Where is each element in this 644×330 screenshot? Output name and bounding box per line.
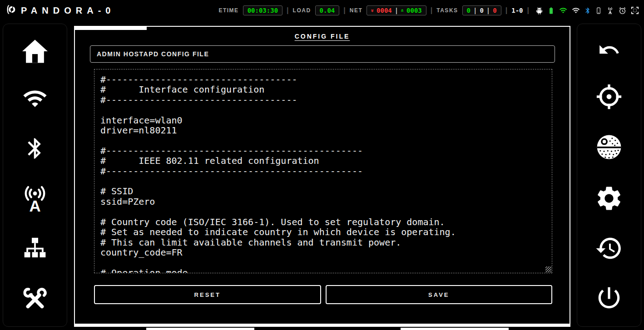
sidebar-item-power[interactable] (595, 284, 623, 312)
svg-text:A: A (29, 197, 40, 213)
config-panel: CONFIG FILE #---------------------------… (74, 26, 570, 327)
topbar: PANDORA-0 ETIME 00:03:30 | LOAD 0.04 | N… (0, 0, 644, 21)
net-up-icon: « (400, 9, 406, 12)
right-sidebar (577, 24, 641, 327)
status-bar: ETIME 00:03:30 | LOAD 0.04 | NET »0004 |… (218, 5, 639, 15)
tasks-box: 0 | 0 | 0 (462, 5, 501, 15)
sidebar-item-bluetooth[interactable] (23, 133, 47, 163)
separator: | (527, 6, 529, 15)
sidebar-item-wifi[interactable] (19, 86, 51, 111)
tasks-failed: 0 (493, 7, 496, 14)
undo-icon (595, 39, 623, 61)
version-label: 1-0 (511, 7, 523, 14)
separator: | (473, 7, 477, 14)
separator: | (431, 6, 432, 15)
wifi-secondary-icon (571, 6, 580, 15)
resize-grip-icon[interactable] (545, 266, 551, 272)
phone-icon (595, 6, 602, 15)
target-icon (595, 83, 623, 111)
antenna-icon (606, 6, 614, 15)
separator: | (395, 7, 398, 14)
net-up-value: 0003 (406, 7, 422, 14)
brand: PANDORA-0 (5, 4, 115, 17)
tasks-pending: 0 (480, 7, 483, 14)
load-value: 0.04 (315, 5, 340, 15)
left-sidebar: A (3, 24, 67, 327)
pandora-logo-icon (5, 4, 16, 17)
battery-icon (547, 6, 555, 15)
net-down-value: 0004 (376, 7, 392, 14)
network-tree-icon (21, 235, 49, 261)
sidebar-item-broadcast[interactable]: A (20, 185, 50, 213)
tools-icon (20, 283, 50, 312)
app-title: PANDORA-0 (21, 5, 115, 16)
status-icons (535, 6, 639, 15)
net-box: »0004 | «0003 (367, 5, 426, 15)
load-label: LOAD (293, 7, 311, 14)
gear-icon (594, 184, 624, 213)
sidebar-item-target[interactable] (595, 83, 623, 111)
frame-bottom-accent-left (146, 328, 254, 330)
config-file-title-field[interactable] (90, 45, 555, 63)
net-label: NET (350, 7, 363, 14)
net-down-icon: » (370, 9, 376, 12)
bluetooth-icon (23, 133, 47, 163)
etime-label: ETIME (218, 7, 238, 14)
bluetooth-icon (584, 6, 591, 15)
config-editor-wrap: #----------------------------------- # I… (94, 69, 552, 273)
sidebar-item-settings[interactable] (594, 184, 624, 213)
power-icon (595, 284, 623, 312)
broadcast-antenna-icon: A (20, 185, 50, 213)
save-button[interactable]: SAVE (326, 285, 553, 304)
sidebar-item-network[interactable] (21, 235, 49, 261)
robot-icon (535, 6, 544, 15)
frame-bottom-accent-right (401, 328, 509, 330)
sidebar-item-tools[interactable] (20, 283, 50, 312)
wifi-strong-icon (559, 6, 568, 15)
tasks-label: TASKS (436, 7, 458, 14)
etime-value: 00:03:30 (243, 5, 282, 15)
sidebar-item-history[interactable] (595, 234, 623, 262)
separator: | (505, 6, 507, 15)
separator: | (343, 6, 345, 15)
clock-icon (618, 6, 627, 15)
page-title: CONFIG FILE (75, 33, 570, 40)
tasks-ok: 0 (467, 7, 471, 14)
history-icon (595, 234, 623, 262)
fullscreen-icon[interactable] (630, 6, 639, 15)
deathstar-icon (594, 132, 624, 162)
sidebar-item-home[interactable] (21, 39, 49, 64)
sidebar-item-undo[interactable] (595, 39, 623, 61)
action-buttons: RESET SAVE (94, 285, 552, 304)
home-icon (21, 39, 49, 64)
reset-button[interactable]: RESET (94, 285, 321, 304)
separator: | (287, 6, 288, 15)
wifi-icon (19, 86, 51, 111)
separator: | (486, 7, 490, 14)
sidebar-item-deathstar[interactable] (594, 132, 624, 162)
config-textarea[interactable]: #----------------------------------- # I… (94, 69, 552, 273)
